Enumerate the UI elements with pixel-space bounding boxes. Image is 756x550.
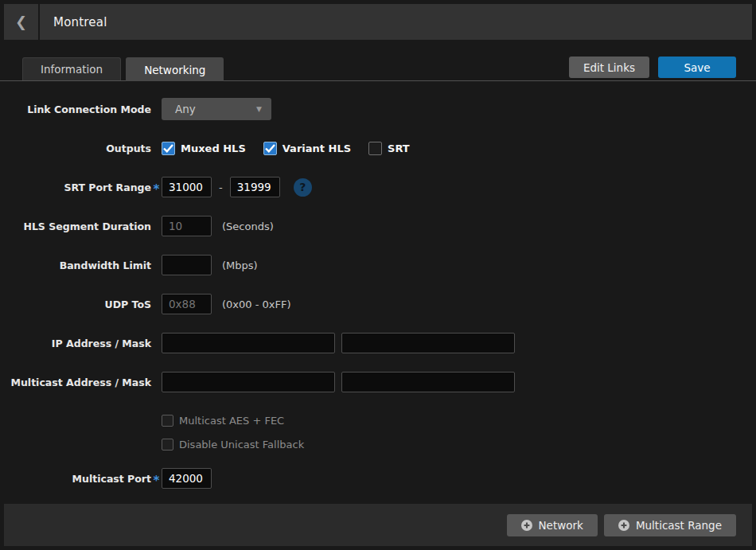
link-connection-mode-select[interactable]: Any ▼ [162,98,271,120]
disable-unicast-fallback-row: Disable Unicast Fallback [0,437,756,451]
checkbox-variant-hls-label: Variant HLS [283,142,351,154]
checkbox-multicast-aes-fec[interactable]: Multicast AES + FEC [162,415,284,427]
checkbox-srt[interactable]: SRT [368,142,410,155]
page-title: Montreal [53,15,107,29]
tab-bar: Information Networking Edit Links Save [0,57,756,81]
hls-segment-duration-row: HLS Segment Duration (Seconds) [0,215,756,237]
multicast-aes-fec-row: Multicast AES + FEC [0,413,756,427]
tab-information[interactable]: Information [22,57,121,80]
required-marker: * [154,182,160,197]
hls-segment-duration-unit: (Seconds) [222,220,274,232]
srt-port-range-from-input[interactable] [162,177,212,197]
checkbox-variant-hls[interactable]: Variant HLS [263,142,351,155]
chevron-left-icon: ❮ [15,15,27,29]
tab-networking-label: Networking [144,64,205,76]
bandwidth-limit-label: Bandwidth Limit [0,259,151,271]
help-icon[interactable]: ? [294,178,312,197]
udp-tos-unit: (0x00 - 0xFF) [222,298,291,310]
header-bar: ❮ Montreal [4,4,752,40]
bandwidth-limit-row: Bandwidth Limit (Mbps) [0,254,756,276]
srt-port-range-label: SRT Port Range [0,181,151,193]
add-multicast-range-label: Multicast Range [636,519,722,532]
add-network-label: Network [539,519,583,532]
networking-settings-page: ❮ Montreal Information Networking Edit L… [0,0,756,550]
range-separator: - [219,181,223,193]
udp-tos-input[interactable] [162,294,212,314]
link-connection-mode-row: Link Connection Mode Any ▼ [0,98,756,120]
checkbox-disable-unicast-fallback-label: Disable Unicast Fallback [179,439,304,451]
hls-segment-duration-input[interactable] [162,216,212,236]
networking-form: Link Connection Mode Any ▼ Outputs Muxed… [0,81,756,506]
required-marker: * [154,474,160,488]
checkbox-srt-label: SRT [388,142,410,154]
multicast-address-input[interactable] [162,372,335,392]
title-bar: Montreal [40,4,752,40]
multicast-port-label: Multicast Port [0,473,151,485]
udp-tos-label: UDP ToS [0,298,151,310]
checkbox-checked-icon [263,142,277,155]
udp-tos-row: UDP ToS (0x00 - 0xFF) [0,293,756,315]
bandwidth-limit-input[interactable] [162,255,212,275]
checkbox-muxed-hls[interactable]: Muxed HLS [162,142,246,155]
multicast-address-mask-label: Multicast Address / Mask [0,376,151,388]
hls-segment-duration-label: HLS Segment Duration [0,220,151,232]
checkbox-unchecked-icon [162,439,173,451]
multicast-port-row: Multicast Port * [0,467,756,490]
outputs-row: Outputs Muxed HLS Variant HLS [0,137,756,159]
outputs-label: Outputs [0,142,151,154]
checkbox-checked-icon [162,142,175,155]
outputs-checkbox-group: Muxed HLS Variant HLS SRT [162,142,410,155]
checkbox-unchecked-icon [368,142,382,155]
multicast-mask-input[interactable] [341,372,515,392]
save-button[interactable]: Save [658,57,736,78]
link-connection-mode-label: Link Connection Mode [0,103,151,115]
tab-actions: Edit Links Save [569,57,736,80]
ip-address-mask-row: IP Address / Mask [0,332,756,354]
bandwidth-limit-unit: (Mbps) [222,259,258,271]
checkbox-multicast-aes-fec-label: Multicast AES + FEC [179,415,284,427]
checkbox-disable-unicast-fallback[interactable]: Disable Unicast Fallback [162,439,304,451]
footer-bar: Network Multicast Range [4,504,752,546]
srt-port-range-to-input[interactable] [230,177,280,197]
edit-links-button[interactable]: Edit Links [569,57,649,78]
plus-circle-icon [618,520,629,531]
add-multicast-range-button[interactable]: Multicast Range [604,514,736,536]
back-button[interactable]: ❮ [4,4,38,40]
checkbox-muxed-hls-label: Muxed HLS [181,142,246,154]
plus-circle-icon [521,520,532,531]
add-network-button[interactable]: Network [507,514,598,536]
ip-address-input[interactable] [162,333,335,353]
chevron-down-icon: ▼ [256,105,262,113]
tab-networking[interactable]: Networking [126,57,224,81]
ip-address-mask-label: IP Address / Mask [0,337,151,349]
multicast-address-mask-row: Multicast Address / Mask [0,371,756,393]
srt-port-range-row: SRT Port Range * - ? [0,176,756,198]
ip-mask-input[interactable] [341,333,515,353]
checkbox-unchecked-icon [162,415,173,427]
tab-information-label: Information [41,63,103,76]
multicast-port-input[interactable] [162,468,212,489]
link-connection-mode-value: Any [175,103,256,115]
